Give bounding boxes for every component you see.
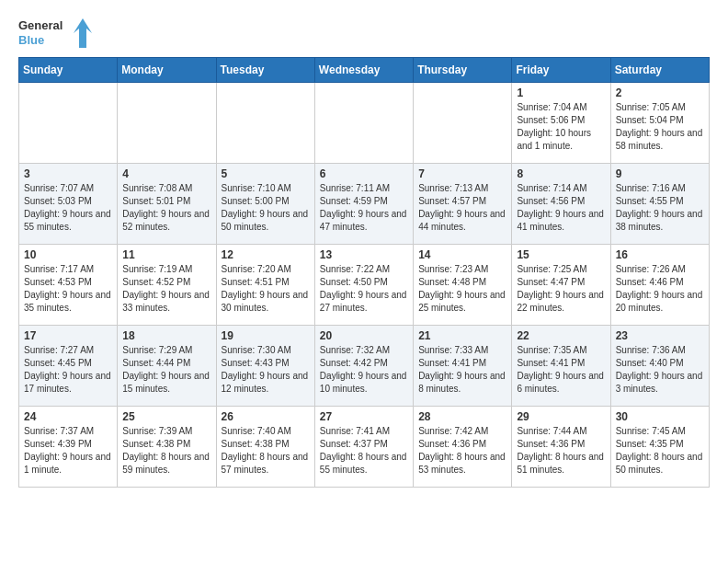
svg-text:Blue: Blue — [18, 33, 44, 47]
day-info: Sunrise: 7:20 AM Sunset: 4:51 PM Dayligh… — [222, 263, 310, 315]
day-info: Sunrise: 7:37 AM Sunset: 4:39 PM Dayligh… — [24, 425, 112, 477]
day-info: Sunrise: 7:07 AM Sunset: 5:03 PM Dayligh… — [24, 182, 112, 234]
day-number: 13 — [320, 248, 408, 261]
calendar-cell: 3Sunrise: 7:07 AM Sunset: 5:03 PM Daylig… — [19, 164, 118, 245]
calendar-cell: 4Sunrise: 7:08 AM Sunset: 5:01 PM Daylig… — [118, 164, 216, 245]
day-number: 1 — [517, 86, 605, 99]
calendar-cell: 11Sunrise: 7:19 AM Sunset: 4:52 PM Dayli… — [118, 245, 216, 326]
day-info: Sunrise: 7:27 AM Sunset: 4:45 PM Dayligh… — [24, 344, 112, 396]
day-info: Sunrise: 7:17 AM Sunset: 4:53 PM Dayligh… — [24, 263, 112, 315]
calendar-table: SundayMondayTuesdayWednesdayThursdayFrid… — [18, 57, 710, 488]
day-number: 30 — [616, 410, 704, 423]
calendar-cell: 19Sunrise: 7:30 AM Sunset: 4:43 PM Dayli… — [216, 326, 314, 407]
calendar-cell — [216, 83, 314, 164]
day-number: 11 — [122, 248, 210, 261]
day-info: Sunrise: 7:26 AM Sunset: 4:46 PM Dayligh… — [616, 263, 704, 315]
day-info: Sunrise: 7:19 AM Sunset: 4:52 PM Dayligh… — [122, 263, 210, 315]
day-info: Sunrise: 7:36 AM Sunset: 4:40 PM Dayligh… — [616, 344, 704, 396]
day-header-thursday: Thursday — [414, 58, 512, 83]
day-header-sunday: Sunday — [19, 58, 118, 83]
day-number: 5 — [222, 167, 310, 180]
calendar-cell: 14Sunrise: 7:23 AM Sunset: 4:48 PM Dayli… — [414, 245, 512, 326]
day-header-friday: Friday — [512, 58, 610, 83]
calendar-cell — [19, 83, 118, 164]
day-header-tuesday: Tuesday — [216, 58, 314, 83]
calendar-cell: 15Sunrise: 7:25 AM Sunset: 4:47 PM Dayli… — [512, 245, 610, 326]
day-info: Sunrise: 7:35 AM Sunset: 4:41 PM Dayligh… — [517, 344, 605, 396]
day-number: 26 — [222, 410, 310, 423]
day-number: 14 — [418, 248, 506, 261]
calendar-week-2: 3Sunrise: 7:07 AM Sunset: 5:03 PM Daylig… — [19, 164, 710, 245]
day-number: 7 — [418, 167, 506, 180]
day-number: 19 — [222, 329, 310, 342]
calendar-cell: 1Sunrise: 7:04 AM Sunset: 5:06 PM Daylig… — [512, 83, 610, 164]
day-info: Sunrise: 7:39 AM Sunset: 4:38 PM Dayligh… — [122, 425, 210, 477]
calendar-cell: 16Sunrise: 7:26 AM Sunset: 4:46 PM Dayli… — [610, 245, 709, 326]
calendar-cell: 5Sunrise: 7:10 AM Sunset: 5:00 PM Daylig… — [216, 164, 314, 245]
calendar-cell: 23Sunrise: 7:36 AM Sunset: 4:40 PM Dayli… — [610, 326, 709, 407]
day-info: Sunrise: 7:30 AM Sunset: 4:43 PM Dayligh… — [222, 344, 310, 396]
day-info: Sunrise: 7:16 AM Sunset: 4:55 PM Dayligh… — [616, 182, 704, 234]
day-number: 24 — [24, 410, 112, 423]
day-number: 3 — [24, 167, 112, 180]
day-info: Sunrise: 7:22 AM Sunset: 4:50 PM Dayligh… — [320, 263, 408, 315]
day-info: Sunrise: 7:08 AM Sunset: 5:01 PM Dayligh… — [122, 182, 210, 234]
calendar-cell: 25Sunrise: 7:39 AM Sunset: 4:38 PM Dayli… — [118, 407, 216, 488]
calendar-week-5: 24Sunrise: 7:37 AM Sunset: 4:39 PM Dayli… — [19, 407, 710, 488]
calendar-cell: 9Sunrise: 7:16 AM Sunset: 4:55 PM Daylig… — [610, 164, 709, 245]
logo: General Blue — [18, 15, 92, 52]
day-info: Sunrise: 7:41 AM Sunset: 4:37 PM Dayligh… — [320, 425, 408, 477]
day-info: Sunrise: 7:25 AM Sunset: 4:47 PM Dayligh… — [517, 263, 605, 315]
day-info: Sunrise: 7:29 AM Sunset: 4:44 PM Dayligh… — [122, 344, 210, 396]
svg-marker-2 — [74, 18, 92, 48]
day-info: Sunrise: 7:32 AM Sunset: 4:42 PM Dayligh… — [320, 344, 408, 396]
calendar-week-1: 1Sunrise: 7:04 AM Sunset: 5:06 PM Daylig… — [19, 83, 710, 164]
calendar-cell: 24Sunrise: 7:37 AM Sunset: 4:39 PM Dayli… — [19, 407, 118, 488]
day-number: 18 — [122, 329, 210, 342]
calendar-cell: 12Sunrise: 7:20 AM Sunset: 4:51 PM Dayli… — [216, 245, 314, 326]
day-info: Sunrise: 7:13 AM Sunset: 4:57 PM Dayligh… — [418, 182, 506, 234]
day-info: Sunrise: 7:33 AM Sunset: 4:41 PM Dayligh… — [418, 344, 506, 396]
calendar-cell — [414, 83, 512, 164]
calendar-cell: 13Sunrise: 7:22 AM Sunset: 4:50 PM Dayli… — [314, 245, 413, 326]
day-number: 23 — [616, 329, 704, 342]
calendar-cell: 21Sunrise: 7:33 AM Sunset: 4:41 PM Dayli… — [414, 326, 512, 407]
day-number: 16 — [616, 248, 704, 261]
day-info: Sunrise: 7:11 AM Sunset: 4:59 PM Dayligh… — [320, 182, 408, 234]
day-info: Sunrise: 7:14 AM Sunset: 4:56 PM Dayligh… — [517, 182, 605, 234]
day-number: 4 — [122, 167, 210, 180]
calendar-cell: 27Sunrise: 7:41 AM Sunset: 4:37 PM Dayli… — [314, 407, 413, 488]
day-number: 22 — [517, 329, 605, 342]
day-number: 15 — [517, 248, 605, 261]
calendar-cell — [118, 83, 216, 164]
calendar-cell: 28Sunrise: 7:42 AM Sunset: 4:36 PM Dayli… — [414, 407, 512, 488]
calendar-cell: 10Sunrise: 7:17 AM Sunset: 4:53 PM Dayli… — [19, 245, 118, 326]
calendar-week-3: 10Sunrise: 7:17 AM Sunset: 4:53 PM Dayli… — [19, 245, 710, 326]
day-info: Sunrise: 7:10 AM Sunset: 5:00 PM Dayligh… — [222, 182, 310, 234]
calendar-cell: 17Sunrise: 7:27 AM Sunset: 4:45 PM Dayli… — [19, 326, 118, 407]
calendar-week-4: 17Sunrise: 7:27 AM Sunset: 4:45 PM Dayli… — [19, 326, 710, 407]
day-header-saturday: Saturday — [610, 58, 709, 83]
day-number: 20 — [320, 329, 408, 342]
day-info: Sunrise: 7:40 AM Sunset: 4:38 PM Dayligh… — [222, 425, 310, 477]
calendar-cell: 29Sunrise: 7:44 AM Sunset: 4:36 PM Dayli… — [512, 407, 610, 488]
svg-text:General: General — [18, 18, 63, 32]
calendar-cell: 26Sunrise: 7:40 AM Sunset: 4:38 PM Dayli… — [216, 407, 314, 488]
day-info: Sunrise: 7:05 AM Sunset: 5:04 PM Dayligh… — [616, 101, 704, 153]
day-number: 29 — [517, 410, 605, 423]
day-number: 8 — [517, 167, 605, 180]
calendar-cell: 30Sunrise: 7:45 AM Sunset: 4:35 PM Dayli… — [610, 407, 709, 488]
day-number: 25 — [122, 410, 210, 423]
calendar-cell: 2Sunrise: 7:05 AM Sunset: 5:04 PM Daylig… — [610, 83, 709, 164]
day-info: Sunrise: 7:45 AM Sunset: 4:35 PM Dayligh… — [616, 425, 704, 477]
day-number: 12 — [222, 248, 310, 261]
day-number: 2 — [616, 86, 704, 99]
day-info: Sunrise: 7:23 AM Sunset: 4:48 PM Dayligh… — [418, 263, 506, 315]
day-number: 10 — [24, 248, 112, 261]
calendar-cell: 7Sunrise: 7:13 AM Sunset: 4:57 PM Daylig… — [414, 164, 512, 245]
header-row: SundayMondayTuesdayWednesdayThursdayFrid… — [19, 58, 710, 83]
day-number: 6 — [320, 167, 408, 180]
day-number: 28 — [418, 410, 506, 423]
calendar-cell: 22Sunrise: 7:35 AM Sunset: 4:41 PM Dayli… — [512, 326, 610, 407]
logo-svg: General Blue — [18, 15, 92, 52]
